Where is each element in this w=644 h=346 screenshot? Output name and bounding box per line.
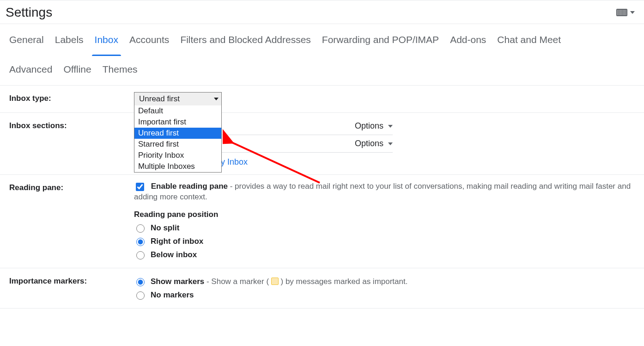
priority-inbox-link-partial[interactable]: y Inbox	[221, 157, 248, 167]
options-label: Options	[355, 121, 383, 131]
chevron-down-icon	[388, 125, 393, 128]
inbox-type-option[interactable]: Important first	[134, 117, 221, 128]
page-title: Settings	[6, 5, 52, 20]
tab-forwarding-and-pop-imap[interactable]: Forwarding and POP/IMAP	[322, 32, 439, 56]
tab-themes[interactable]: Themes	[103, 62, 138, 85]
reading-pane-below-inbox-radio[interactable]	[136, 251, 145, 260]
inbox-type-option[interactable]: Priority Inbox	[134, 150, 221, 161]
reading-pane-right-of-inbox-radio[interactable]	[136, 238, 145, 246]
inbox-sections-label: Inbox sections:	[9, 119, 134, 168]
show-markers-radio[interactable]	[136, 278, 145, 286]
inbox-type-option[interactable]: Unread first	[134, 128, 221, 139]
no-markers-label: No markers	[151, 290, 194, 300]
reading-pane-position-heading: Reading pane position	[134, 202, 644, 221]
chevron-down-icon	[214, 98, 219, 100]
show-markers-desc2: ) by messages marked as important.	[279, 277, 408, 286]
tab-chat-and-meet[interactable]: Chat and Meet	[497, 32, 561, 56]
importance-markers-label: Importance markers:	[9, 275, 134, 302]
tab-add-ons[interactable]: Add-ons	[450, 32, 486, 56]
enable-reading-pane-text: Enable reading pane	[151, 182, 228, 191]
tab-inbox[interactable]: Inbox	[95, 32, 118, 56]
chevron-down-icon	[630, 11, 635, 14]
reading-pane-option-label: No split	[151, 223, 179, 233]
section-options-button[interactable]: Options	[355, 139, 393, 148]
inbox-type-option[interactable]: Multiple Inboxes	[134, 161, 221, 172]
chevron-down-icon	[388, 142, 393, 145]
inbox-type-selected: Unread first	[139, 94, 180, 104]
tab-filters-and-blocked-addresses[interactable]: Filters and Blocked Addresses	[180, 32, 310, 56]
inbox-type-label: Inbox type:	[9, 92, 134, 106]
keyboard-icon	[616, 9, 627, 16]
tab-accounts[interactable]: Accounts	[129, 32, 169, 56]
reading-pane-label: Reading pane:	[9, 181, 134, 261]
reading-pane-option-label: Right of inbox	[151, 237, 203, 246]
tab-advanced[interactable]: Advanced	[9, 62, 52, 85]
inbox-type-option[interactable]: Starred first	[134, 139, 221, 150]
reading-pane-no-split-radio[interactable]	[136, 224, 145, 233]
show-markers-desc1: - Show a marker (	[204, 277, 271, 286]
settings-tabs: GeneralLabelsInboxAccountsFilters and Bl…	[0, 24, 644, 86]
inbox-type-select[interactable]: Unread first	[134, 92, 222, 106]
inbox-type-option[interactable]: Default	[134, 105, 221, 117]
importance-marker-icon	[271, 278, 279, 285]
inbox-type-dropdown: DefaultImportant firstUnread firstStarre…	[134, 105, 222, 173]
section-options-button[interactable]: Options	[355, 121, 393, 131]
input-tools-button[interactable]	[616, 9, 635, 16]
enable-reading-pane-checkbox[interactable]	[136, 183, 144, 191]
tab-labels[interactable]: Labels	[55, 32, 84, 56]
show-markers-label: Show markers	[151, 277, 204, 286]
options-label: Options	[355, 139, 383, 148]
reading-pane-option-label: Below inbox	[151, 250, 197, 260]
tab-general[interactable]: General	[9, 32, 44, 56]
tab-offline[interactable]: Offline	[63, 62, 91, 85]
no-markers-radio[interactable]	[136, 291, 145, 300]
